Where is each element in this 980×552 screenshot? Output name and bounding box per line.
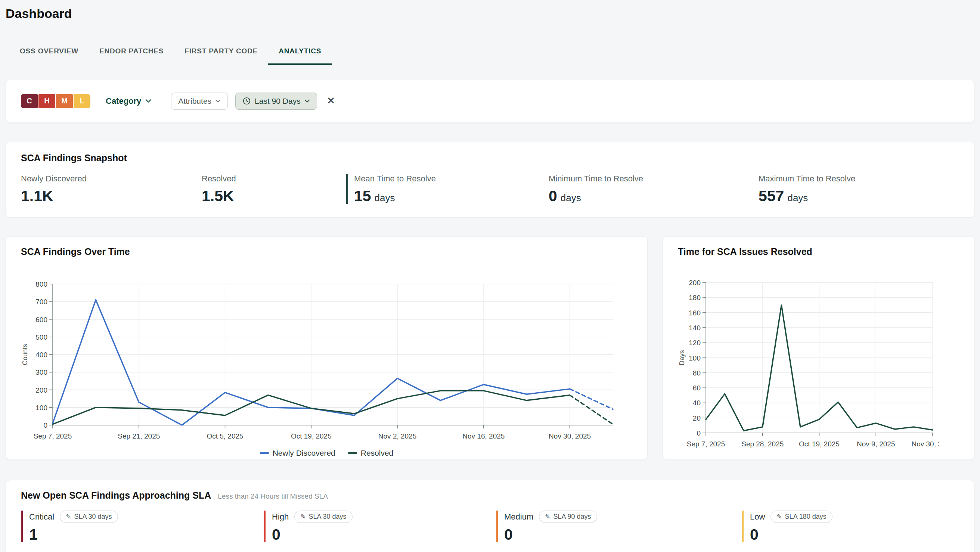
svg-text:0: 0 [697, 429, 701, 437]
metric-minimum-time-to-resolve: Minimum Time to Resolve 0 days [549, 174, 759, 204]
sla-label: High [272, 512, 289, 522]
svg-text:200: 200 [689, 279, 701, 287]
sla-value: 1 [29, 527, 264, 542]
attributes-dropdown[interactable]: Attributes [171, 92, 228, 110]
svg-text:80: 80 [693, 369, 701, 377]
metric-value: 0 [549, 189, 557, 204]
chart-title: SCA Findings Over Time [21, 246, 632, 257]
metric-label: Mean Time to Resolve [354, 174, 549, 184]
svg-text:500: 500 [35, 333, 48, 341]
svg-text:20: 20 [693, 414, 701, 422]
svg-text:Nov 30, 2025: Nov 30, 2025 [549, 432, 591, 440]
legend-swatch [348, 452, 357, 454]
sla-edit-pill[interactable]: ✎ SLA 90 days [539, 511, 597, 523]
metric-unit: days [787, 192, 808, 204]
sla-label: Critical [29, 512, 54, 522]
legend-item-newly-discovered[interactable]: Newly Discovered [260, 449, 336, 458]
svg-text:100: 100 [689, 354, 701, 362]
chevron-down-icon [145, 99, 152, 103]
severity-pill-critical[interactable]: C [21, 94, 38, 108]
chart-title: Time for SCA Issues Resolved [678, 246, 959, 257]
sla-pill-label: SLA 30 days [309, 513, 347, 521]
svg-text:700: 700 [35, 298, 48, 306]
sla-title: New Open SCA Findings Approaching SLA [21, 490, 211, 501]
legend-label: Newly Discovered [273, 449, 336, 458]
pencil-icon: ✎ [776, 514, 782, 520]
metric-label: Newly Discovered [21, 174, 202, 184]
filter-bar: C H M L Category Attributes Last 90 Days [6, 79, 974, 123]
metric-unit: days [375, 192, 395, 204]
tab-oss-overview[interactable]: OSS OVERVIEW [10, 47, 89, 65]
time-range-dropdown[interactable]: Last 90 Days [235, 92, 317, 110]
chart-legend: Newly Discovered Resolved [21, 449, 632, 458]
metric-value: 1.1K [21, 189, 53, 204]
severity-pill-high[interactable]: H [38, 94, 55, 108]
sla-label: Medium [504, 512, 533, 522]
metric-unit: days [561, 192, 581, 204]
category-dropdown[interactable]: Category [106, 96, 152, 106]
time-range-label: Last 90 Days [255, 97, 301, 106]
sla-item-high: High ✎ SLA 30 days 0 [264, 511, 496, 542]
chevron-down-icon [304, 99, 310, 103]
sca-findings-over-time-chart: 0100200300400500600700800Sep 7, 2025Sep … [21, 279, 632, 447]
svg-text:600: 600 [35, 316, 48, 324]
svg-text:60: 60 [693, 384, 701, 392]
tab-endor-patches[interactable]: ENDOR PATCHES [89, 47, 174, 65]
dashboard-page: Dashboard OSS OVERVIEW ENDOR PATCHES FIR… [0, 0, 980, 552]
clock-icon [242, 97, 251, 105]
svg-text:0: 0 [43, 421, 48, 429]
sca-findings-snapshot-card: SCA Findings Snapshot Newly Discovered 1… [6, 142, 974, 217]
legend-label: Resolved [361, 449, 394, 458]
metric-mean-time-to-resolve: Mean Time to Resolve 15 days [346, 174, 549, 204]
attributes-dropdown-label: Attributes [178, 97, 212, 106]
metric-value: 1.5K [202, 189, 234, 204]
metric-value: 557 [759, 189, 784, 204]
metric-value: 15 [354, 189, 371, 204]
svg-text:800: 800 [35, 280, 48, 288]
sla-edit-pill[interactable]: ✎ SLA 30 days [60, 511, 118, 523]
severity-pill-medium[interactable]: M [56, 94, 73, 108]
metric-newly-discovered: Newly Discovered 1.1K [21, 174, 202, 204]
sla-subtitle: Less than 24 Hours till Missed SLA [218, 492, 328, 501]
svg-text:Nov 16, 2025: Nov 16, 2025 [462, 432, 504, 440]
time-for-sca-issues-resolved-chart: 020406080100120140160180200Sep 7, 2025Se… [678, 278, 959, 455]
legend-item-resolved[interactable]: Resolved [348, 449, 394, 458]
severity-filter: C H M L [21, 94, 91, 108]
sla-item-critical: Critical ✎ SLA 30 days 1 [21, 511, 264, 542]
svg-text:Nov 2, 2025: Nov 2, 2025 [378, 432, 417, 440]
snapshot-title: SCA Findings Snapshot [21, 153, 959, 163]
svg-text:Counts: Counts [21, 344, 29, 365]
sla-pill-label: SLA 180 days [785, 513, 827, 521]
svg-text:Sep 7, 2025: Sep 7, 2025 [33, 432, 72, 440]
svg-text:Sep 21, 2025: Sep 21, 2025 [118, 432, 160, 440]
legend-swatch [260, 452, 269, 454]
page-title: Dashboard [6, 0, 974, 22]
svg-text:140: 140 [689, 324, 701, 332]
sla-value: 0 [504, 527, 742, 542]
severity-pill-low[interactable]: L [73, 94, 91, 108]
time-for-sca-issues-resolved-card: Time for SCA Issues Resolved 02040608010… [663, 236, 974, 460]
svg-text:Oct 5, 2025: Oct 5, 2025 [207, 432, 243, 440]
svg-text:Sep 28, 2025: Sep 28, 2025 [741, 440, 784, 448]
tab-first-party-code[interactable]: FIRST PARTY CODE [174, 47, 268, 65]
sla-value: 0 [750, 527, 959, 542]
pencil-icon: ✎ [300, 514, 305, 520]
sla-item-low: Low ✎ SLA 180 days 0 [742, 511, 959, 542]
svg-text:Nov 9, 2025: Nov 9, 2025 [857, 440, 895, 448]
chevron-down-icon [215, 99, 221, 103]
sla-edit-pill[interactable]: ✎ SLA 180 days [770, 511, 832, 523]
sla-label: Low [750, 512, 765, 522]
tab-analytics[interactable]: ANALYTICS [268, 47, 332, 65]
svg-text:300: 300 [35, 368, 48, 376]
snapshot-metrics: Newly Discovered 1.1K Resolved 1.5K Mean… [21, 174, 959, 204]
sla-value: 0 [272, 527, 496, 542]
metric-label: Minimum Time to Resolve [549, 174, 759, 184]
svg-text:200: 200 [35, 386, 48, 394]
svg-text:100: 100 [35, 404, 48, 412]
svg-text:120: 120 [689, 339, 701, 347]
clear-filters-button[interactable]: ✕ [327, 96, 336, 106]
svg-text:Oct 19, 2025: Oct 19, 2025 [291, 432, 332, 440]
svg-text:160: 160 [689, 309, 701, 317]
pencil-icon: ✎ [545, 514, 550, 520]
sla-edit-pill[interactable]: ✎ SLA 30 days [294, 511, 352, 523]
